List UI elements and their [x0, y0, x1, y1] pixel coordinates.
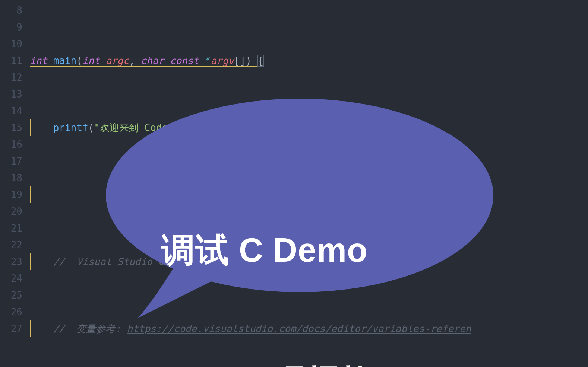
- line-number: 16: [0, 136, 22, 153]
- line-number: 18: [0, 170, 22, 186]
- line-number: 15: [0, 119, 22, 136]
- line-number: 27: [0, 320, 22, 337]
- line-number: 11: [0, 52, 22, 69]
- line-number: 13: [0, 86, 22, 103]
- code-line[interactable]: int main(int argc, char const *argv[]) {: [30, 52, 588, 69]
- code-editor[interactable]: 89101112131415161718192021222324252627 i…: [0, 0, 588, 367]
- line-number: 24: [0, 270, 22, 287]
- line-number: 12: [0, 69, 22, 86]
- line-number: 10: [0, 36, 22, 52]
- line-number: 26: [0, 304, 22, 320]
- code-area[interactable]: int main(int argc, char const *argv[]) {…: [30, 0, 588, 367]
- line-number: 22: [0, 237, 22, 253]
- line-number: 23: [0, 253, 22, 270]
- line-number: 8: [0, 2, 22, 19]
- line-number: 17: [0, 153, 22, 170]
- line-number: 19: [0, 186, 22, 203]
- code-line[interactable]: // 变量参考: https://code.visualstudio.com/d…: [30, 320, 588, 337]
- line-number: 9: [0, 19, 22, 36]
- line-number: 20: [0, 203, 22, 220]
- code-line[interactable]: [30, 186, 588, 203]
- code-line[interactable]: printf("欢迎来到 CodeTalks 的编程实验室\n");: [30, 119, 588, 136]
- code-line[interactable]: // Visual Studio Code 调试当前文件的配置技巧 - by 代…: [30, 253, 588, 270]
- line-number: 21: [0, 220, 22, 237]
- line-number: 25: [0, 287, 22, 304]
- line-number-gutter: 89101112131415161718192021222324252627: [0, 0, 30, 367]
- line-number: 14: [0, 103, 22, 119]
